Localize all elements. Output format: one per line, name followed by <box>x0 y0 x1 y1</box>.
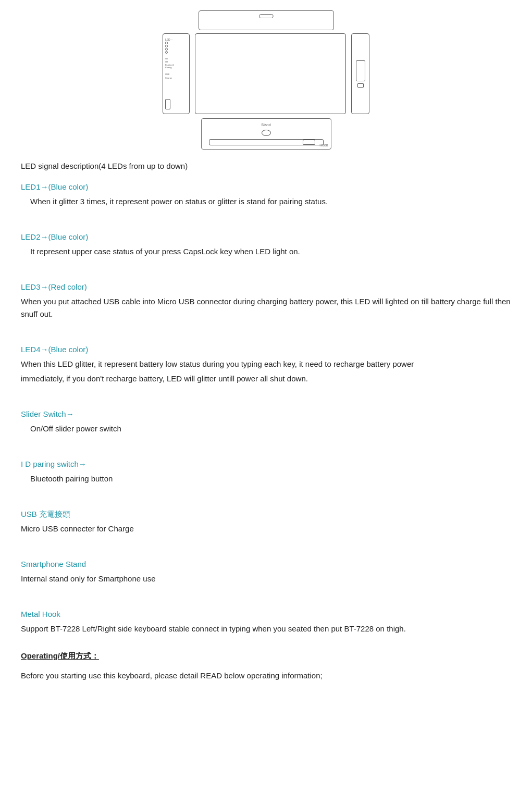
smartphone-heading: Smartphone Stand <box>21 558 511 571</box>
operating-heading: Operating/使用方式： <box>21 650 511 662</box>
usb-heading: USB 充電接頭 <box>21 508 511 520</box>
led1-text: When it glitter 3 times, it represent po… <box>30 195 511 208</box>
led2-text: It represent upper case status of your p… <box>30 245 511 258</box>
device-front-view <box>195 33 346 114</box>
led3-heading: LED3→(Red color) <box>21 281 511 293</box>
led2-heading: LED2→(Blue color) <box>21 231 511 243</box>
usb-text: Micro USB connecter for Charge <box>21 523 511 535</box>
id-text: Bluetooth pairing button <box>30 473 511 485</box>
led4-heading: LED4→(Blue color) <box>21 343 511 356</box>
led4-text2: immediately, if you don't recharge batte… <box>21 373 511 385</box>
device-left-panel: LED→ On Off Bluetooth Pairing USB Charge <box>163 33 190 114</box>
device-right-panel <box>351 33 369 114</box>
led1-heading: LED1→(Blue color) <box>21 181 511 193</box>
led3-text: When you put attached USB cable into Mic… <box>21 295 511 320</box>
device-diagrams: LED→ On Off Bluetooth Pairing USB Charge <box>21 10 511 150</box>
device-top-view <box>199 10 334 30</box>
operating-text: Before you starting use this keyboard, p… <box>21 669 511 682</box>
led-description-text: LED signal description(4 LEDs from up to… <box>21 160 511 172</box>
id-heading: I D paring switch→ <box>21 458 511 470</box>
operating-heading-text: Operating/使用方式： <box>21 651 99 660</box>
metal-heading: Metal Hook <box>21 608 511 621</box>
slider-heading: Slider Switch→ <box>21 408 511 420</box>
device-middle-row: LED→ On Off Bluetooth Pairing USB Charge <box>163 33 369 114</box>
slider-text: On/Off slider power switch <box>30 423 511 435</box>
device-bottom-view: Stand Hook <box>201 118 331 150</box>
smartphone-text: Internal stand only for Smartphone use <box>21 573 511 585</box>
led4-text1: When this LED glitter, it represent batt… <box>21 358 511 370</box>
metal-text: Support BT-7228 Left/Right side keyboard… <box>21 623 511 635</box>
